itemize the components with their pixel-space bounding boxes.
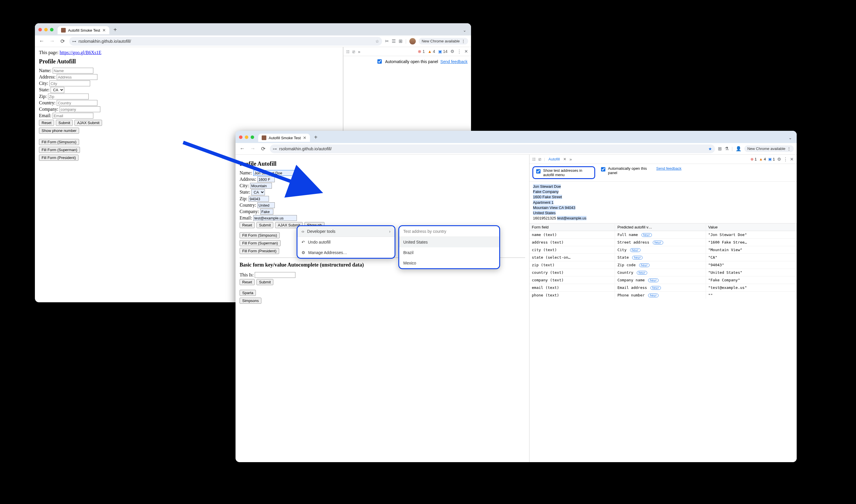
more-tabs-icon[interactable]: »	[358, 49, 360, 54]
table-row[interactable]: company (text)Company name heur"Fake Com…	[530, 276, 797, 284]
submit-button[interactable]: Submit	[56, 120, 73, 126]
simpsons-button[interactable]: Simpsons	[239, 298, 262, 304]
country-us[interactable]: United States	[399, 237, 499, 247]
fill-superman-button[interactable]: Fill Form (Superman)	[239, 240, 281, 246]
close-devtools-icon[interactable]: ✕	[464, 49, 468, 54]
more-tabs-icon[interactable]: »	[569, 157, 572, 162]
email-input[interactable]	[253, 215, 297, 221]
new-chrome-chip[interactable]: New Chrome available ⋮	[744, 145, 794, 152]
tabs-dropdown-icon[interactable]: ⌄	[786, 134, 795, 141]
warning-count[interactable]: ▲ 4	[759, 157, 766, 161]
ctx-manage-addresses[interactable]: ⚙ Manage Addresses…	[298, 247, 395, 258]
table-row[interactable]: zip (text)Zip code heur"94043"	[530, 261, 797, 269]
zip-input[interactable]	[48, 94, 89, 100]
ajax-submit-button[interactable]: AJAX Submit	[74, 120, 102, 126]
company-input[interactable]	[59, 106, 100, 112]
fill-superman-button[interactable]: Fill Form (Superman)	[39, 147, 80, 153]
country-br-label: Brazil	[403, 250, 413, 255]
name-label: Name:	[39, 68, 52, 73]
warning-count[interactable]: ▲ 4	[428, 49, 435, 54]
submit-button[interactable]: Submit	[256, 222, 273, 228]
address-bar[interactable]: ⊶ rsolomakhin.github.io/autofill/ ☆	[69, 37, 382, 46]
profile-avatar-icon[interactable]: 👤	[736, 146, 742, 151]
kebab-icon[interactable]: ⋮	[783, 157, 788, 162]
extensions-puzzle-icon[interactable]: ⊞	[399, 38, 403, 44]
undo-icon: ↶	[302, 240, 305, 245]
fill-simpsons-button[interactable]: Fill Form (Simpsons)	[239, 232, 280, 238]
thisis-input[interactable]	[255, 272, 296, 278]
kebab-icon[interactable]: ⋮	[457, 49, 461, 54]
fill-simpsons-button[interactable]: Fill Form (Simpsons)	[39, 139, 79, 145]
inspect-icon[interactable]: �⃞	[532, 157, 536, 162]
table-row[interactable]: state (select-on…State heur"CA"	[530, 254, 797, 261]
labs-flask-icon[interactable]: ⚗	[725, 146, 729, 151]
company-input[interactable]	[260, 209, 273, 215]
browser-tab[interactable]: Autofill Smoke Test ✕	[57, 26, 109, 34]
col-form-field[interactable]: Form field	[530, 223, 615, 231]
table-row[interactable]: phone (text)Phone number heur""	[530, 291, 797, 299]
table-row[interactable]: country (text)Country heur"United States…	[530, 269, 797, 276]
gear-icon[interactable]: ⚙	[450, 49, 454, 54]
close-tab-icon[interactable]: ✕	[563, 157, 566, 161]
show-phone-button[interactable]: Show phone number	[39, 128, 79, 134]
info-count[interactable]: ▣ 1	[768, 157, 775, 161]
fill-president-button[interactable]: Fill Form (President)	[239, 248, 279, 254]
autofill-tab[interactable]: Autofill	[548, 156, 560, 162]
back-button[interactable]: ←	[38, 38, 46, 44]
kebab-menu-icon[interactable]: ⋮	[461, 39, 465, 43]
send-feedback-link[interactable]: Send feedback	[656, 166, 681, 179]
ctx-developer-tools[interactable]: ‹› Developer tools ›	[298, 226, 395, 237]
name-input[interactable]	[53, 68, 93, 74]
page-url-link[interactable]: https://goo.gl/B6Xs1E	[59, 50, 102, 55]
extensions-puzzle-icon[interactable]: ⊞	[718, 146, 722, 151]
bookmark-star-icon[interactable]: ☆	[375, 39, 379, 43]
inspect-icon[interactable]: �⃞	[346, 49, 350, 54]
table-row[interactable]: address (text)Street address heur"1600 F…	[530, 239, 797, 246]
email-input[interactable]	[53, 113, 93, 119]
address-input[interactable]	[57, 74, 97, 80]
tabs-dropdown-icon[interactable]: ⌄	[460, 27, 469, 34]
reset2-button[interactable]: Reset	[239, 279, 255, 285]
address-bar[interactable]: ⊶ rsolomakhin.github.io/autofill/ ★	[270, 144, 715, 153]
fill-president-button[interactable]: Fill Form (President)	[39, 155, 78, 161]
show-test-addresses-checkbox[interactable]	[536, 169, 540, 174]
extension-icon[interactable]: ☰	[392, 38, 396, 44]
device-toggle-icon[interactable]: ⎚	[352, 49, 355, 54]
close-tab-icon[interactable]: ✕	[102, 28, 106, 33]
profile-avatar[interactable]	[409, 38, 416, 44]
scissors-icon[interactable]: ✂	[385, 38, 389, 44]
maximize-window-icon[interactable]	[50, 28, 54, 31]
col-predicted[interactable]: Predicted autofill v…	[615, 223, 706, 231]
reset-button[interactable]: Reset	[39, 120, 54, 126]
send-feedback-link[interactable]: Send feedback	[441, 59, 467, 64]
table-row[interactable]: name (text)Full name heur"Jon Stewart Do…	[530, 231, 797, 239]
close-devtools-icon[interactable]: ✕	[790, 157, 794, 162]
city-input[interactable]	[50, 80, 90, 86]
bookmark-star-icon[interactable]: ★	[708, 146, 712, 151]
reset-button[interactable]: Reset	[239, 222, 255, 228]
new-chrome-chip[interactable]: New Chrome available ⋮	[419, 38, 468, 44]
submit2-button[interactable]: Submit	[256, 279, 273, 285]
ctx-undo-autofill[interactable]: ↶ Undo autofill	[298, 237, 395, 247]
country-input[interactable]	[57, 100, 97, 106]
state-select[interactable]: CA	[51, 87, 64, 93]
error-count[interactable]: ⊗ 1	[750, 157, 757, 161]
new-tab-button[interactable]: +	[112, 26, 119, 34]
table-row[interactable]: email (text)Email address heur"test@exam…	[530, 284, 797, 291]
col-value[interactable]: Value	[706, 223, 797, 231]
auto-open-checkbox[interactable]	[377, 59, 382, 64]
country-mx[interactable]: Mexico	[399, 258, 499, 268]
error-count[interactable]: ⊗ 1	[418, 49, 425, 54]
info-count[interactable]: ▣ 14	[438, 49, 447, 54]
close-window-icon[interactable]	[38, 28, 42, 31]
device-toggle-icon[interactable]: ⎚	[538, 157, 541, 162]
minimize-window-icon[interactable]	[44, 28, 48, 31]
sparta-button[interactable]: Sparta	[239, 290, 256, 296]
auto-open-checkbox[interactable]	[601, 167, 605, 172]
kebab-menu-icon[interactable]: ⋮	[787, 146, 791, 151]
gear-icon[interactable]: ⚙	[777, 157, 781, 162]
reload-button[interactable]: ⟳	[59, 38, 66, 44]
site-settings-icon[interactable]: ⊶	[72, 39, 76, 43]
country-br[interactable]: Brazil	[399, 247, 499, 258]
table-row[interactable]: city (text)City heur"Mountain View"	[530, 246, 797, 254]
